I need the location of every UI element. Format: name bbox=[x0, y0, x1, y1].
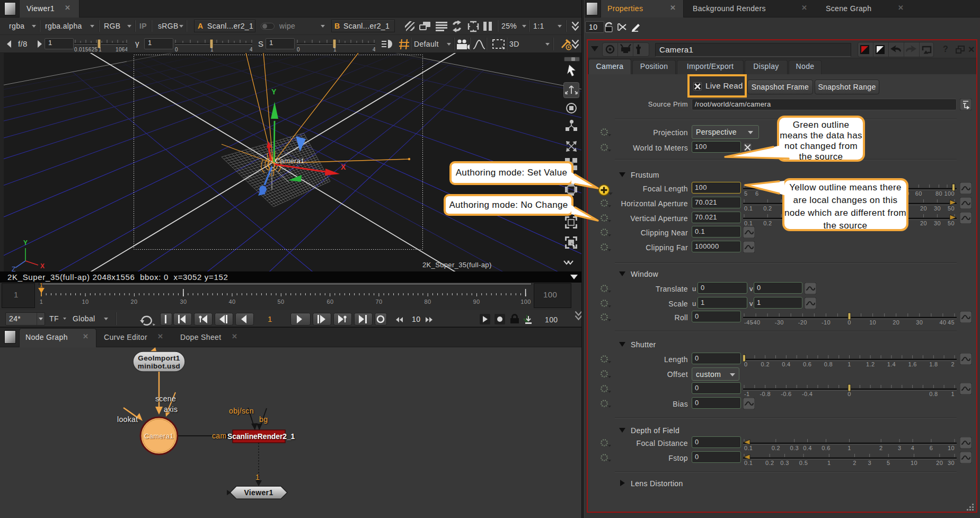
svg-text:obj/scn: obj/scn bbox=[229, 407, 254, 415]
svg-text:20: 20 bbox=[131, 298, 138, 305]
svg-text:1: 1 bbox=[40, 282, 43, 288]
svg-text:0.8: 0.8 bbox=[824, 361, 833, 367]
svg-text:30: 30 bbox=[934, 205, 941, 212]
svg-text:70: 70 bbox=[376, 298, 383, 305]
svg-text:Camera1: Camera1 bbox=[144, 432, 174, 440]
svg-text:1: 1 bbox=[333, 47, 337, 52]
svg-text:ScanlineRender2_1: ScanlineRender2_1 bbox=[227, 433, 295, 441]
svg-text:80: 80 bbox=[425, 298, 431, 305]
svg-text:100: 100 bbox=[520, 298, 531, 305]
svg-text:-1: -1 bbox=[744, 391, 749, 397]
svg-text:1: 1 bbox=[951, 391, 955, 397]
svg-text:60: 60 bbox=[327, 298, 334, 305]
svg-text:Camera1: Camera1 bbox=[275, 157, 305, 165]
svg-text:0: 0 bbox=[175, 47, 178, 52]
svg-text:1.6: 1.6 bbox=[908, 361, 916, 367]
svg-text:5: 5 bbox=[887, 460, 890, 466]
svg-text:4: 4 bbox=[250, 47, 252, 52]
svg-text:1: 1 bbox=[827, 460, 831, 466]
svg-text:0.1: 0.1 bbox=[744, 445, 753, 451]
svg-text:1: 1 bbox=[847, 361, 851, 367]
svg-text:-20: -20 bbox=[798, 319, 807, 326]
svg-text:-0.6: -0.6 bbox=[781, 391, 791, 397]
svg-text:30: 30 bbox=[180, 298, 187, 305]
svg-text:bg: bg bbox=[259, 415, 268, 424]
svg-text:0.2: 0.2 bbox=[763, 220, 772, 226]
svg-text:0.015625: 0.015625 bbox=[74, 47, 98, 52]
svg-text:0.2: 0.2 bbox=[763, 205, 772, 212]
svg-text:0.1: 0.1 bbox=[744, 205, 753, 212]
svg-text:0.2: 0.2 bbox=[765, 460, 774, 466]
svg-text:45: 45 bbox=[948, 319, 955, 326]
svg-text:X: X bbox=[40, 262, 45, 270]
svg-text:5: 5 bbox=[744, 190, 747, 197]
svg-text:0.6: 0.6 bbox=[822, 445, 830, 451]
svg-text:6: 6 bbox=[930, 445, 933, 451]
svg-text:0.8: 0.8 bbox=[929, 391, 938, 397]
svg-text:2K_Super_35(full-ap): 2K_Super_35(full-ap) bbox=[422, 261, 492, 269]
svg-text:0: 0 bbox=[847, 319, 851, 326]
svg-text:axis: axis bbox=[164, 405, 178, 414]
svg-text:0.6: 0.6 bbox=[803, 361, 811, 367]
svg-text:10: 10 bbox=[948, 445, 955, 451]
svg-text:20: 20 bbox=[920, 205, 927, 212]
svg-text:80: 80 bbox=[935, 190, 942, 197]
svg-text:0.4: 0.4 bbox=[782, 361, 790, 367]
svg-text:1.8: 1.8 bbox=[929, 361, 938, 367]
svg-text:20: 20 bbox=[893, 319, 899, 326]
svg-text:Y: Y bbox=[271, 87, 277, 96]
svg-text:100: 100 bbox=[944, 190, 955, 197]
svg-text:90: 90 bbox=[473, 298, 480, 305]
svg-text:2: 2 bbox=[951, 361, 955, 367]
svg-text:0.3: 0.3 bbox=[790, 445, 799, 451]
svg-text:30: 30 bbox=[916, 319, 923, 326]
svg-text:30: 30 bbox=[948, 460, 955, 466]
svg-text:20: 20 bbox=[920, 220, 927, 226]
svg-text:cam: cam bbox=[212, 432, 227, 440]
svg-text:30: 30 bbox=[934, 220, 941, 226]
svg-text:Z: Z bbox=[12, 266, 16, 271]
svg-text:0.2: 0.2 bbox=[761, 361, 770, 367]
svg-text:0.5: 0.5 bbox=[799, 460, 808, 466]
svg-text:1: 1 bbox=[210, 47, 214, 52]
svg-text:1: 1 bbox=[40, 298, 43, 305]
svg-text:minibot.usd: minibot.usd bbox=[138, 362, 180, 370]
svg-text:10: 10 bbox=[911, 460, 917, 466]
svg-text:10: 10 bbox=[82, 298, 89, 305]
svg-text:6: 6 bbox=[755, 190, 758, 197]
svg-text:0.1: 0.1 bbox=[744, 460, 753, 466]
svg-text:1: 1 bbox=[99, 47, 102, 52]
svg-text:1: 1 bbox=[847, 445, 851, 451]
svg-text:10: 10 bbox=[869, 319, 876, 326]
svg-text:2: 2 bbox=[879, 445, 882, 451]
svg-text:GeoImport1: GeoImport1 bbox=[138, 354, 180, 362]
svg-text:1064: 1064 bbox=[116, 47, 127, 52]
svg-text:50: 50 bbox=[948, 220, 955, 226]
svg-text:0.4: 0.4 bbox=[803, 445, 811, 451]
svg-text:3: 3 bbox=[868, 460, 871, 466]
svg-text:0: 0 bbox=[297, 47, 300, 52]
svg-text:0.1: 0.1 bbox=[744, 220, 753, 226]
svg-text:4: 4 bbox=[373, 47, 375, 52]
svg-text:0: 0 bbox=[847, 391, 851, 397]
svg-text:0: 0 bbox=[744, 361, 747, 367]
svg-text:-40: -40 bbox=[752, 319, 761, 326]
svg-text:40: 40 bbox=[229, 298, 236, 305]
svg-text:Y: Y bbox=[23, 239, 28, 247]
svg-text:1.2: 1.2 bbox=[866, 361, 875, 367]
svg-text:0.2: 0.2 bbox=[772, 445, 780, 451]
svg-text:40: 40 bbox=[939, 319, 946, 326]
svg-text:-0.8: -0.8 bbox=[760, 391, 771, 397]
svg-text:1: 1 bbox=[255, 473, 260, 481]
svg-text:50: 50 bbox=[948, 205, 955, 212]
svg-text:-30: -30 bbox=[775, 319, 784, 326]
svg-text:Viewer1: Viewer1 bbox=[244, 488, 273, 497]
svg-text:3: 3 bbox=[898, 445, 901, 451]
svg-text:4: 4 bbox=[911, 445, 914, 451]
svg-text:lookat: lookat bbox=[117, 415, 138, 424]
svg-text:1.4: 1.4 bbox=[887, 361, 896, 367]
svg-text:-10: -10 bbox=[822, 319, 831, 326]
svg-text:60: 60 bbox=[915, 190, 922, 197]
svg-text:X: X bbox=[341, 163, 346, 171]
svg-text:scene: scene bbox=[155, 394, 176, 403]
